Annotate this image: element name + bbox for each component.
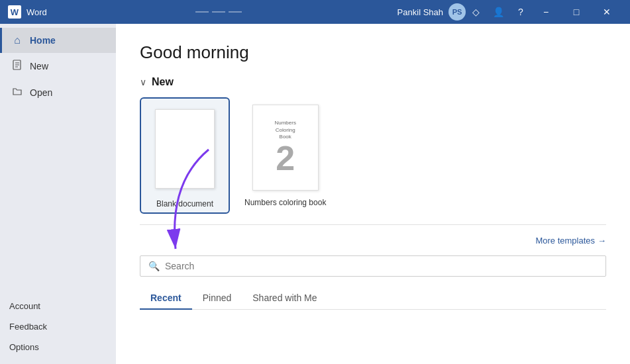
chevron-down-icon[interactable]: ∨ (140, 77, 146, 87)
more-templates-row: More templates → (140, 234, 606, 246)
title-bar-icons: ◇ 👤 ? (466, 2, 531, 22)
main-area: ⌂ Home New (0, 24, 630, 364)
tabs: Recent Pinned Shared with Me (140, 287, 606, 310)
template-card-numbers[interactable]: NumbersColoringBook 2 Numbers coloring b… (240, 97, 330, 214)
sidebar: ⌂ Home New (0, 24, 116, 364)
content-area: Good morning ∨ New Blank document Number… (116, 24, 630, 364)
new-icon (11, 60, 23, 73)
template-card-blank[interactable]: Blank document (140, 97, 230, 214)
section-divider (140, 224, 606, 225)
greeting: Good morning (140, 42, 606, 63)
numbers-content: NumbersColoringBook 2 (256, 108, 315, 187)
account-label: Account (9, 301, 40, 311)
sidebar-item-account[interactable]: Account (0, 296, 116, 316)
sidebar-item-options[interactable]: Options (0, 337, 116, 357)
new-section-header: ∨ New (140, 76, 606, 88)
more-templates-label: More templates (535, 236, 595, 246)
feedback-label: Feedback (9, 322, 47, 332)
home-icon: ⌂ (11, 34, 23, 46)
title-bar: W Word Pankil Shah PS ◇ 👤 ? − □ ✕ (0, 0, 630, 24)
tab-recent[interactable]: Recent (140, 287, 192, 310)
user-avatar: PS (448, 3, 466, 21)
sidebar-nav: ⌂ Home New (0, 28, 116, 296)
blank-doc-preview (155, 109, 215, 189)
sidebar-item-feedback[interactable]: Feedback (0, 316, 116, 337)
numbers-preview: NumbersColoringBook 2 (252, 105, 319, 191)
tab-shared[interactable]: Shared with Me (242, 287, 327, 310)
section-title-new: New (152, 76, 174, 88)
title-bar-left: W Word (8, 5, 47, 19)
close-button[interactable]: ✕ (592, 0, 622, 24)
title-bar-center (47, 5, 397, 19)
sidebar-bottom: Account Feedback Options (0, 296, 116, 364)
sidebar-label-new: New (30, 61, 48, 71)
user-name: Pankil Shah (397, 7, 443, 17)
diamond-icon[interactable]: ◇ (466, 2, 486, 22)
word-icon: W (8, 5, 21, 19)
blank-doc-thumbnail (145, 103, 225, 195)
numbers-thumbnail: NumbersColoringBook 2 (246, 101, 325, 194)
app-name: Word (26, 7, 47, 17)
minimize-button[interactable]: − (531, 0, 561, 24)
template-label-blank: Blank document (156, 199, 213, 208)
template-grid: Blank document NumbersColoringBook 2 Num… (140, 97, 606, 214)
more-templates-link[interactable]: More templates → (535, 236, 606, 246)
sidebar-label-open: Open (30, 87, 52, 98)
ribbon-icons (189, 5, 255, 19)
open-icon (11, 86, 23, 99)
options-label: Options (9, 342, 39, 352)
template-label-numbers: Numbers coloring book (244, 198, 326, 207)
sidebar-item-home[interactable]: ⌂ Home (0, 28, 116, 53)
title-bar-user[interactable]: Pankil Shah PS (397, 3, 466, 21)
help-icon[interactable]: ? (511, 2, 531, 22)
search-icon: 🔍 (148, 261, 160, 271)
user-initials: PS (452, 8, 462, 16)
maximize-button[interactable]: □ (561, 0, 592, 24)
search-input[interactable] (165, 261, 598, 271)
arrow-right-icon: → (598, 236, 606, 246)
people-icon[interactable]: 👤 (488, 2, 508, 22)
tab-pinned[interactable]: Pinned (192, 287, 242, 310)
search-bar: 🔍 (140, 255, 606, 277)
sidebar-label-home: Home (30, 35, 56, 46)
sidebar-item-new[interactable]: New (0, 53, 116, 79)
sidebar-item-open[interactable]: Open (0, 79, 116, 106)
